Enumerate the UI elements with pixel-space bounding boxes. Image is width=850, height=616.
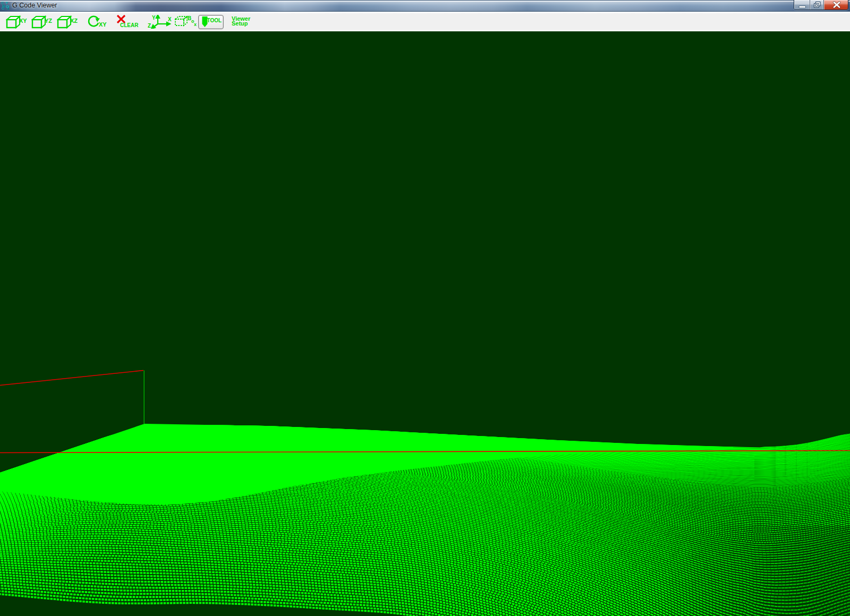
svg-text:Y: Y: [152, 15, 156, 21]
svg-text:x: x: [194, 22, 197, 27]
svg-text:X: X: [168, 16, 172, 22]
svg-text:Z: Z: [148, 23, 151, 29]
